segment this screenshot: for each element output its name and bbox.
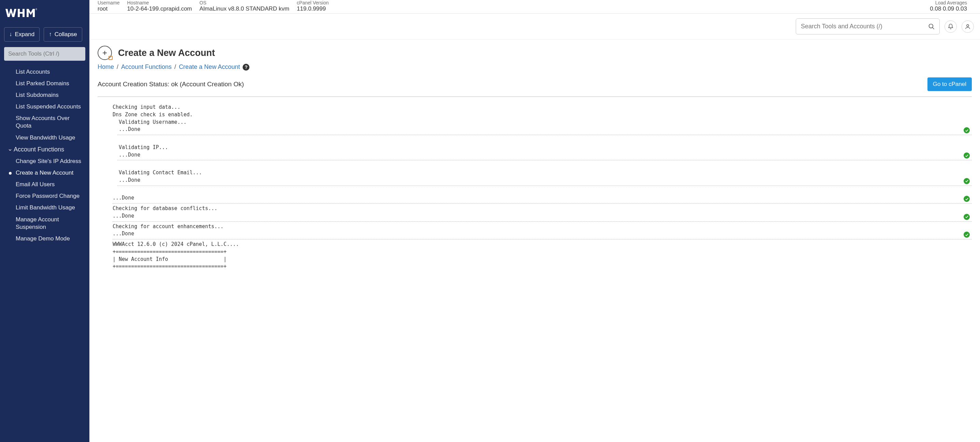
log-line: Checking for database conflicts... bbox=[113, 205, 972, 213]
collapse-button[interactable]: ↑Collapse bbox=[44, 27, 82, 41]
tb-os-label: OS bbox=[200, 0, 290, 5]
expand-button[interactable]: ↓Expand bbox=[4, 27, 40, 41]
log-line: Validating Username... bbox=[113, 119, 972, 126]
sidebar: ® ↓Expand ↑Collapse List Accounts List P… bbox=[0, 0, 89, 277]
sidebar-search-input[interactable] bbox=[4, 47, 85, 61]
check-icon bbox=[964, 196, 970, 202]
tb-username-value: root bbox=[98, 5, 120, 12]
breadcrumb-account-functions[interactable]: Account Functions bbox=[121, 64, 172, 71]
topbar: Usernameroot Hostname10-2-64-199.cprapid… bbox=[89, 0, 980, 14]
log-line: Checking for account enhancements... bbox=[113, 223, 972, 231]
check-icon bbox=[964, 214, 970, 220]
nav-manage-account-suspension[interactable]: Manage Account Suspension bbox=[0, 214, 89, 233]
creation-log: Checking input data... Dns Zone check is… bbox=[98, 100, 972, 270]
tb-load-label: Load Averages bbox=[930, 0, 967, 5]
go-to-cpanel-button[interactable]: Go to cPanel bbox=[928, 78, 972, 91]
log-line: ...Done bbox=[113, 151, 972, 159]
svg-line-2 bbox=[932, 27, 934, 29]
nav-list-accounts[interactable]: List Accounts bbox=[0, 66, 89, 78]
log-line: +===================================+ bbox=[113, 248, 972, 256]
creation-status-text: Account Creation Status: ok (Account Cre… bbox=[98, 81, 244, 88]
nav-show-accounts-over-quota[interactable]: Show Accounts Over Quota bbox=[0, 113, 89, 132]
svg-point-3 bbox=[967, 25, 969, 27]
page-title: Create a New Account bbox=[118, 48, 215, 58]
nav-list-parked-domains[interactable]: List Parked Domains bbox=[0, 78, 89, 89]
check-icon bbox=[964, 127, 970, 134]
nav-list-suspended-accounts[interactable]: List Suspended Accounts bbox=[0, 101, 89, 113]
whm-logo: ® bbox=[0, 0, 89, 25]
nav-category-account-functions[interactable]: Account Functions bbox=[0, 143, 89, 156]
tb-hostname-label: Hostname bbox=[127, 0, 192, 5]
breadcrumb: Home/ Account Functions/ Create a New Ac… bbox=[98, 64, 972, 71]
log-line: Validating IP... bbox=[113, 144, 972, 151]
log-line: +===================================+ bbox=[113, 263, 972, 270]
log-line: ...Done bbox=[113, 194, 972, 202]
nav-list-subdomains[interactable]: List Subdomains bbox=[0, 89, 89, 101]
log-separator bbox=[118, 186, 972, 186]
tb-os-value: AlmaLinux v8.8.0 STANDARD kvm bbox=[200, 5, 290, 12]
whm-logo-svg: ® bbox=[5, 7, 40, 21]
svg-point-1 bbox=[929, 24, 933, 28]
log-line: ...Done bbox=[113, 230, 972, 238]
search-icon bbox=[928, 23, 935, 30]
log-line: Validating Contact Email... bbox=[113, 169, 972, 176]
down-arrow-icon: ↓ bbox=[9, 31, 12, 38]
tb-cpv-value: 119.0.9999 bbox=[297, 5, 329, 12]
breadcrumb-current[interactable]: Create a New Account bbox=[179, 64, 240, 71]
tb-hostname-value: 10-2-64-199.cprapid.com bbox=[127, 5, 192, 12]
breadcrumb-home[interactable]: Home bbox=[98, 64, 114, 71]
svg-text:®: ® bbox=[35, 8, 37, 11]
tb-username-label: Username bbox=[98, 0, 120, 5]
check-icon bbox=[964, 178, 970, 184]
user-icon bbox=[965, 24, 971, 30]
log-line: ...Done bbox=[113, 176, 972, 184]
user-menu-button[interactable] bbox=[962, 21, 974, 33]
log-line: WWWAcct 12.6.0 (c) 2024 cPanel, L.L.C...… bbox=[113, 241, 972, 248]
up-arrow-icon: ↑ bbox=[49, 31, 52, 38]
log-separator bbox=[113, 221, 972, 222]
help-icon[interactable]: ? bbox=[243, 64, 250, 71]
log-line: ...Done bbox=[113, 213, 972, 220]
tools-search-input[interactable] bbox=[796, 18, 940, 35]
bell-icon bbox=[948, 24, 954, 30]
log-line: ...Done bbox=[113, 126, 972, 134]
check-icon bbox=[964, 232, 970, 238]
nav-change-site-ip[interactable]: Change Site's IP Address bbox=[0, 156, 89, 167]
log-separator bbox=[113, 203, 972, 204]
log-line: Checking input data... bbox=[113, 104, 972, 111]
nav-limit-bandwidth-usage[interactable]: Limit Bandwidth Usage bbox=[0, 202, 89, 213]
add-account-icon: + bbox=[98, 46, 112, 60]
nav-manage-demo-mode[interactable]: Manage Demo Mode bbox=[0, 233, 89, 245]
log-line: Dns Zone check is enabled. bbox=[113, 111, 972, 119]
tb-load-value: 0.08 0.09 0.03 bbox=[930, 5, 967, 12]
nav-create-new-account[interactable]: Create a New Account bbox=[0, 167, 89, 179]
nav-view-bandwidth-usage[interactable]: View Bandwidth Usage bbox=[0, 132, 89, 143]
log-line: | New Account Info | bbox=[113, 256, 972, 263]
notifications-button[interactable] bbox=[945, 21, 957, 33]
tb-cpv-label: cPanel Version bbox=[297, 0, 329, 5]
log-separator bbox=[118, 135, 972, 135]
nav-force-password-change[interactable]: Force Password Change bbox=[0, 190, 89, 202]
toolsbar bbox=[89, 14, 980, 40]
nav-email-all-users[interactable]: Email All Users bbox=[0, 179, 89, 190]
